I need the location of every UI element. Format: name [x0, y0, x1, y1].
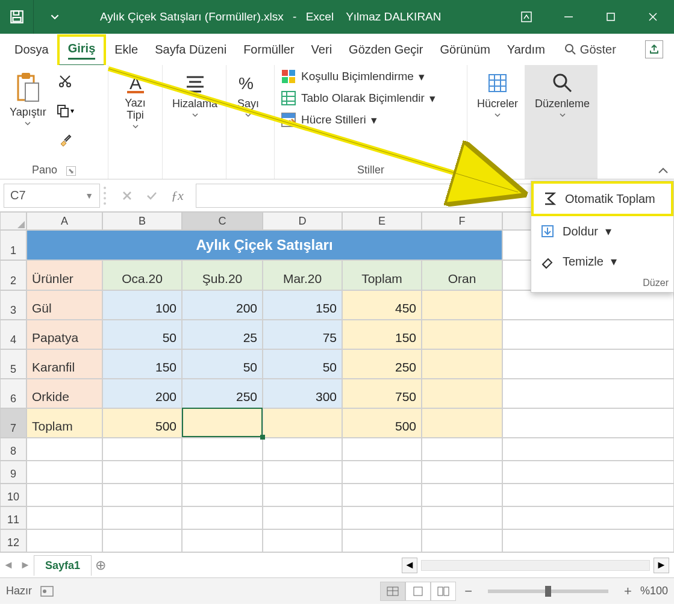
tab-dosya[interactable]: Dosya: [6, 38, 57, 61]
tab-veri[interactable]: Veri: [303, 38, 340, 61]
col-header-E[interactable]: E: [342, 212, 422, 230]
row-header-10[interactable]: 10: [0, 484, 27, 506]
zoom-out-button[interactable]: −: [464, 583, 472, 599]
autosum-button[interactable]: Otomatik Toplam: [531, 181, 673, 216]
cell-D9[interactable]: [263, 461, 342, 484]
page-break-view-button[interactable]: [431, 582, 456, 601]
table-title[interactable]: Aylık Çiçek Satışları: [27, 230, 502, 260]
cell-B10[interactable]: [102, 484, 182, 506]
row-header-6[interactable]: 6: [0, 379, 27, 408]
cell-C7[interactable]: [182, 408, 263, 438]
copy-button[interactable]: ▾: [56, 102, 74, 120]
row-header-8[interactable]: 8: [0, 438, 27, 461]
cell-B5[interactable]: 150: [102, 349, 182, 379]
cell-A11[interactable]: [27, 506, 102, 529]
cell-A8[interactable]: [27, 438, 102, 461]
row-header-5[interactable]: 5: [0, 349, 27, 379]
cell-E6[interactable]: 750: [342, 379, 422, 408]
row-header-9[interactable]: 9: [0, 461, 27, 484]
cell-F10[interactable]: [422, 484, 502, 506]
cell-C8[interactable]: [182, 438, 263, 461]
tab-giris[interactable]: Giriş: [57, 34, 107, 67]
ribbon-display-button[interactable]: [505, 0, 548, 34]
row-header-4[interactable]: 4: [0, 320, 27, 349]
col-header-B[interactable]: B: [102, 212, 182, 230]
row-header-7[interactable]: 7: [0, 408, 27, 438]
tell-me[interactable]: Göster: [564, 43, 616, 57]
number-button[interactable]: % Sayı: [232, 69, 264, 153]
cell-A5[interactable]: Karanfil: [27, 349, 102, 379]
editing-button[interactable]: Düzenleme: [531, 69, 593, 153]
header-urunler[interactable]: Ürünler: [27, 260, 102, 290]
blank-cell[interactable]: [502, 349, 674, 379]
header-oran[interactable]: Oran: [422, 260, 502, 290]
cell-F12[interactable]: [422, 529, 502, 552]
header-sub[interactable]: Şub.20: [182, 260, 263, 290]
cell-C6[interactable]: 250: [182, 379, 263, 408]
accept-formula-button[interactable]: [146, 190, 158, 201]
format-painter-button[interactable]: [56, 131, 74, 149]
cell-F9[interactable]: [422, 461, 502, 484]
zoom-in-button[interactable]: +: [624, 583, 632, 599]
paste-button[interactable]: Yapıştır: [6, 69, 50, 153]
cell-C11[interactable]: [182, 506, 263, 529]
sheet-nav-prev[interactable]: ◄: [0, 559, 17, 571]
maximize-button[interactable]: [590, 0, 632, 34]
cell-D8[interactable]: [263, 438, 342, 461]
header-oca[interactable]: Oca.20: [102, 260, 182, 290]
fill-button[interactable]: Doldur▾: [531, 216, 673, 246]
row-header-12[interactable]: 12: [0, 529, 27, 552]
page-layout-view-button[interactable]: [405, 582, 431, 601]
cell-A7[interactable]: Toplam: [27, 408, 102, 438]
cell-D3[interactable]: 150: [263, 290, 342, 320]
scroll-track[interactable]: [421, 560, 650, 571]
cell-F3[interactable]: [422, 290, 502, 320]
row-header-3[interactable]: 3: [0, 290, 27, 320]
scroll-right-button[interactable]: ►: [654, 558, 669, 573]
clear-button[interactable]: Temizle▾: [531, 246, 673, 276]
cell-E4[interactable]: 150: [342, 320, 422, 349]
cell-C12[interactable]: [182, 529, 263, 552]
col-header-D[interactable]: D: [263, 212, 342, 230]
cut-button[interactable]: [56, 72, 74, 90]
cell-B6[interactable]: 200: [102, 379, 182, 408]
zoom-value[interactable]: %100: [640, 585, 668, 597]
close-button[interactable]: [632, 0, 674, 34]
sheet-nav-next[interactable]: ►: [17, 559, 34, 571]
blank-cell[interactable]: [502, 484, 674, 506]
cell-A9[interactable]: [27, 461, 102, 484]
save-button[interactable]: [0, 0, 34, 34]
cell-styles-button[interactable]: Hücre Stilleri▾: [281, 112, 461, 128]
blank-cell[interactable]: [502, 529, 674, 552]
zoom-slider[interactable]: [488, 590, 608, 593]
sheet-tab-active[interactable]: Sayfa1: [34, 555, 92, 576]
normal-view-button[interactable]: [380, 582, 405, 601]
cell-A12[interactable]: [27, 529, 102, 552]
tab-formuller[interactable]: Formüller: [235, 38, 302, 61]
cell-B7[interactable]: 500: [102, 408, 182, 438]
header-mar[interactable]: Mar.20: [263, 260, 342, 290]
cell-A4[interactable]: Papatya: [27, 320, 102, 349]
cell-C3[interactable]: 200: [182, 290, 263, 320]
cell-E12[interactable]: [342, 529, 422, 552]
blank-cell[interactable]: [502, 320, 674, 349]
cell-F8[interactable]: [422, 438, 502, 461]
font-button[interactable]: A Yazı Tipi: [114, 69, 156, 153]
cell-A6[interactable]: Orkide: [27, 379, 102, 408]
tab-yardim[interactable]: Yardım: [499, 38, 554, 61]
cell-B8[interactable]: [102, 438, 182, 461]
blank-cell[interactable]: [502, 408, 674, 438]
cell-B12[interactable]: [102, 529, 182, 552]
tab-gorunum[interactable]: Görünüm: [431, 38, 498, 61]
fill-handle[interactable]: [260, 435, 265, 440]
cell-E11[interactable]: [342, 506, 422, 529]
cell-D5[interactable]: 50: [263, 349, 342, 379]
name-box[interactable]: C7 ▼: [4, 184, 100, 208]
blank-cell[interactable]: [502, 379, 674, 408]
col-header-A[interactable]: A: [27, 212, 102, 230]
tab-sayfa-duzeni[interactable]: Sayfa Düzeni: [146, 38, 235, 61]
cell-B11[interactable]: [102, 506, 182, 529]
insert-function-button[interactable]: ƒx: [171, 188, 184, 204]
scroll-left-button[interactable]: ◄: [402, 558, 417, 573]
cell-B3[interactable]: 100: [102, 290, 182, 320]
